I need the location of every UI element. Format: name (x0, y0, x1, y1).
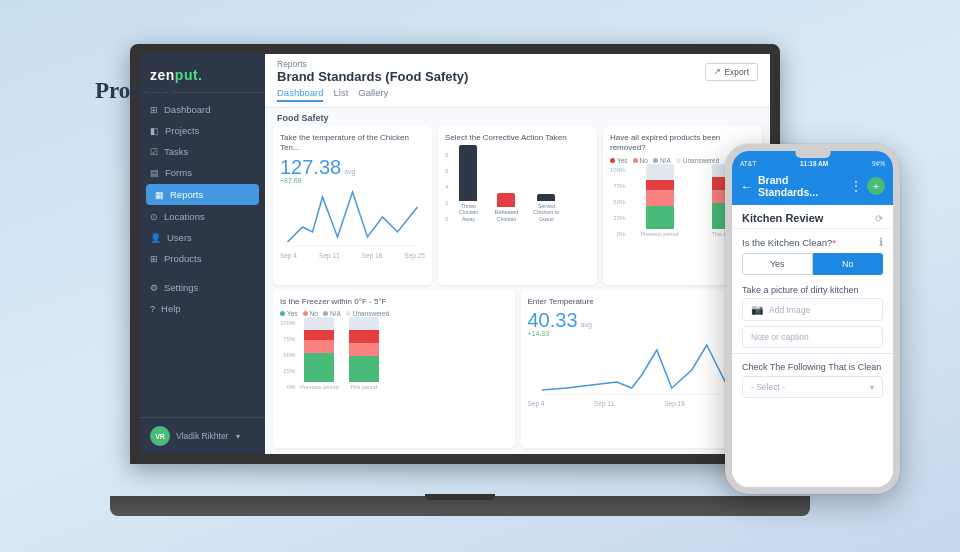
projects-icon: ◧ (150, 126, 159, 136)
charts-row-1: Take the temperature of the Chicken Ten.… (273, 126, 762, 285)
tab-list[interactable]: List (333, 87, 348, 102)
phone-wrapper: AT&T 11:18 AM 94% ← Brand Standards... ⋮… (725, 144, 900, 494)
sidebar-item-settings[interactable]: ⚙ Settings (140, 277, 265, 298)
export-icon: ↗ (714, 67, 721, 76)
section-label: Food Safety (265, 108, 770, 126)
phone-add-button[interactable]: + (867, 177, 885, 195)
sidebar-item-help[interactable]: ? Help (140, 298, 265, 319)
phone-back-button[interactable]: ← (740, 179, 753, 194)
phone-question2: Check The Following That is Clean (732, 357, 893, 376)
chart1-avg: avg (344, 168, 355, 175)
chart2-y-axis: 86420 (445, 152, 450, 222)
chart5-avg: avg (581, 321, 592, 328)
chart5-svg (528, 340, 756, 395)
tabs: Dashboard List Gallery (277, 87, 758, 102)
phone-select[interactable]: - Select - ▾ (742, 376, 883, 398)
help-icon: ? (150, 304, 155, 314)
phone-divider (732, 353, 893, 354)
sidebar: zenput. ⊞ Dashboard ◧ Projects ☑ (140, 54, 265, 454)
phone-add-image-label: Take a picture of dirty kitchen (732, 281, 893, 298)
laptop-screen: zenput. ⊞ Dashboard ◧ Projects ☑ (130, 44, 780, 464)
laptop: zenput. ⊞ Dashboard ◧ Projects ☑ (110, 36, 810, 516)
chart4-legend: Yes No N/A Unanswered (280, 310, 508, 317)
forms-icon: ▤ (150, 168, 159, 178)
chart5-x-labels: Sep 4 Sep 11 Sep 18 Sep 25 (528, 400, 756, 407)
phone-info-icon[interactable]: ℹ (879, 236, 883, 249)
chart5-number: 40.33 (528, 310, 578, 330)
chart-temperature: Take the temperature of the Chicken Ten.… (273, 126, 432, 285)
reports-icon: ▦ (155, 190, 164, 200)
laptop-notch (425, 494, 495, 500)
chart5-title: Enter Temperature (528, 297, 756, 307)
phone-image-input[interactable]: 📷 Add Image (742, 298, 883, 321)
phone-header: ← Brand Standards... ⋮ + (732, 169, 893, 205)
no-button[interactable]: No (813, 253, 884, 275)
bar2-label: Reheated Chicken (491, 209, 521, 222)
phone-yes-no: Yes No (732, 253, 893, 281)
phone-question1: Is the Kitchen Clean?* ℹ (732, 229, 893, 253)
products-icon: ⊞ (150, 254, 158, 264)
sidebar-item-locations[interactable]: ⊙ Locations (140, 206, 265, 227)
chart2-title: Select the Corrective Action Taken (445, 133, 590, 143)
chart5-change: +14.33 (528, 330, 756, 337)
phone-screen: AT&T 11:18 AM 94% ← Brand Standards... ⋮… (732, 151, 893, 487)
phone-carrier: AT&T (740, 160, 756, 167)
chart-freezer: Is the Freezer within 0°F - 5°F Yes No (273, 290, 515, 449)
chart1-title: Take the temperature of the Chicken Ten.… (280, 133, 425, 154)
breadcrumb: Reports (277, 59, 468, 69)
phone-note-input[interactable]: Note or caption (742, 326, 883, 348)
bar1-label: Threw Chicken Away (453, 203, 483, 223)
bar3-label: Served Chicken to Guest (529, 203, 563, 223)
sidebar-user: VR Vladik Rikhter ▾ (140, 417, 265, 454)
chart1-x-labels: Sep 4 Sep 11 Sep 18 Sep 25 (280, 252, 425, 259)
tab-dashboard[interactable]: Dashboard (277, 87, 323, 102)
phone-section-title: Kitchen Review (742, 212, 823, 224)
sidebar-item-projects[interactable]: ◧ Projects (140, 120, 265, 141)
sidebar-item-reports[interactable]: ▦ Reports (146, 184, 259, 205)
main-content: Reports Brand Standards (Food Safety) ↗ … (265, 54, 770, 454)
sidebar-item-tasks[interactable]: ☑ Tasks (140, 141, 265, 162)
phone-top-notch (795, 151, 830, 158)
chart3-y-axis: 100%75%50%25%0% (610, 167, 627, 237)
bar3 (537, 194, 555, 201)
charts-container: Take the temperature of the Chicken Ten.… (265, 126, 770, 454)
user-dropdown-icon[interactable]: ▾ (236, 432, 240, 441)
phone-battery: 94% (872, 160, 885, 167)
bar2 (497, 193, 515, 207)
phone-frame: AT&T 11:18 AM 94% ← Brand Standards... ⋮… (725, 144, 900, 494)
tasks-icon: ☑ (150, 147, 158, 157)
phone-time: 11:18 AM (800, 160, 828, 167)
user-name: Vladik Rikhter (176, 431, 228, 441)
phone-content: Kitchen Review ⟳ Is the Kitchen Clean?* … (732, 205, 893, 487)
chart4-title: Is the Freezer within 0°F - 5°F (280, 297, 508, 307)
phone-refresh-icon[interactable]: ⟳ (875, 213, 883, 224)
tab-gallery[interactable]: Gallery (358, 87, 388, 102)
export-button[interactable]: ↗ Export (705, 63, 758, 81)
sidebar-nav: ⊞ Dashboard ◧ Projects ☑ Tasks ▤ (140, 93, 265, 417)
chevron-down-icon: ▾ (870, 383, 874, 392)
charts-row-2: Is the Freezer within 0°F - 5°F Yes No (273, 290, 762, 449)
users-icon: 👤 (150, 233, 161, 243)
bar1 (459, 145, 477, 201)
sidebar-item-products[interactable]: ⊞ Products (140, 248, 265, 269)
protects-text: Protects (95, 78, 175, 104)
chart1-number: 127.38 (280, 157, 341, 177)
page-title: Brand Standards (Food Safety) (277, 69, 468, 84)
chart1-change: +87.68 (280, 177, 425, 184)
phone-header-title: Brand Standards... (758, 174, 845, 198)
user-avatar: VR (150, 426, 170, 446)
camera-icon: 📷 (751, 304, 763, 315)
dashboard-icon: ⊞ (150, 105, 158, 115)
app-container: zenput. ⊞ Dashboard ◧ Projects ☑ (140, 54, 770, 454)
chart1-svg (280, 187, 425, 247)
settings-icon: ⚙ (150, 283, 158, 293)
chart-corrective-action: Select the Corrective Action Taken 86420 (438, 126, 597, 285)
phone-section-header: Kitchen Review ⟳ (732, 205, 893, 229)
locations-icon: ⊙ (150, 212, 158, 222)
phone-more-icon[interactable]: ⋮ (850, 179, 862, 193)
topbar: Reports Brand Standards (Food Safety) ↗ … (265, 54, 770, 108)
chart4-y-axis: 100%75%50%25%0% (280, 320, 297, 390)
sidebar-item-forms[interactable]: ▤ Forms (140, 162, 265, 183)
sidebar-item-users[interactable]: 👤 Users (140, 227, 265, 248)
yes-button[interactable]: Yes (742, 253, 813, 275)
